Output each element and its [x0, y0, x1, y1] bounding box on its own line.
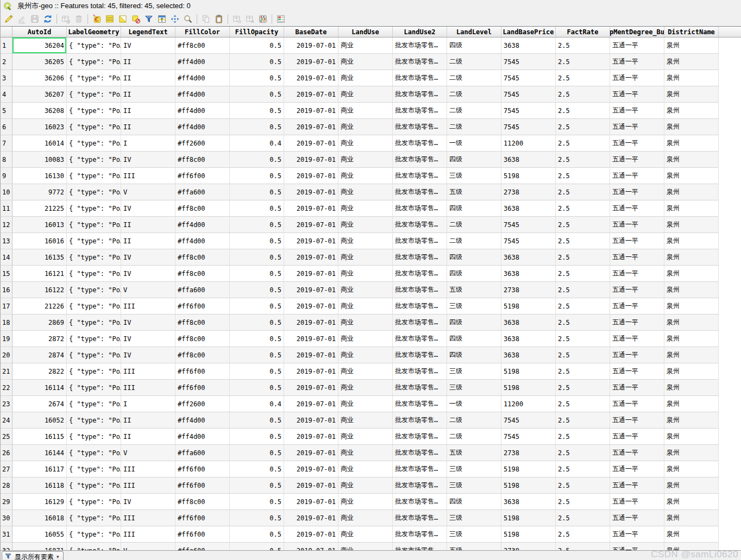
cell-landuse2[interactable]: 批发市场零售… — [393, 266, 447, 282]
cell-landuse2[interactable]: 批发市场零售… — [393, 233, 447, 249]
cell-opmentdegree_bus[interactable]: 五通一平 — [610, 217, 664, 233]
cell-autoid[interactable]: 2872 — [12, 331, 67, 347]
cell-landuse[interactable]: 商业 — [338, 314, 393, 331]
cell-landuse[interactable]: 商业 — [338, 200, 393, 217]
cell-landuse[interactable]: 商业 — [338, 347, 393, 363]
cell-basedate[interactable]: 2019-07-01 — [284, 152, 338, 168]
cell-landbaseprice[interactable]: 5198 — [501, 477, 556, 494]
cell-autoid[interactable]: 10083 — [12, 152, 67, 168]
cell-landbaseprice[interactable]: 5198 — [501, 380, 556, 396]
pan-to-selection-button[interactable] — [168, 12, 181, 26]
cell-opmentdegree_bus[interactable]: 五通一平 — [610, 314, 664, 331]
cell-landlevel[interactable]: 一级 — [447, 396, 501, 412]
cell-autoid[interactable]: 16114 — [12, 380, 67, 396]
cell-fillcolor[interactable]: #ff2600 — [175, 135, 230, 152]
cell-autoid[interactable]: 16014 — [12, 135, 67, 152]
cell-districtname[interactable]: 泉州 — [664, 363, 719, 380]
cell-legendtext[interactable]: V — [121, 445, 175, 461]
cell-factrate[interactable]: 2.5 — [556, 37, 610, 54]
cell-districtname[interactable]: 泉州 — [664, 217, 719, 233]
cell-districtname[interactable]: 泉州 — [664, 412, 719, 429]
cell-fillopacity[interactable]: 0.4 — [230, 135, 284, 152]
cell-districtname[interactable]: 泉州 — [664, 135, 719, 152]
cell-legendtext[interactable]: V — [121, 543, 175, 550]
cell-labelgeometry[interactable]: { "type": "Po… — [67, 363, 121, 380]
row-number[interactable]: 30 — [1, 510, 12, 526]
cell-landlevel[interactable]: 三级 — [447, 461, 501, 477]
cell-factrate[interactable]: 2.5 — [556, 477, 610, 494]
cell-landuse[interactable]: 商业 — [338, 103, 393, 119]
cell-landuse[interactable]: 商业 — [338, 429, 393, 445]
cell-labelgeometry[interactable]: { "type": "Po… — [67, 282, 121, 298]
cell-fillopacity[interactable]: 0.5 — [230, 445, 284, 461]
cell-landuse[interactable]: 商业 — [338, 380, 393, 396]
cell-landuse[interactable]: 商业 — [338, 37, 393, 54]
cell-fillcolor[interactable]: #ff6f00 — [175, 298, 230, 314]
cell-autoid[interactable]: 36204 — [12, 37, 67, 54]
cell-factrate[interactable]: 2.5 — [556, 200, 610, 217]
cell-districtname[interactable]: 泉州 — [664, 70, 719, 86]
cell-landbaseprice[interactable]: 2738 — [501, 543, 556, 550]
cell-fillcolor[interactable]: #ff6f00 — [175, 526, 230, 543]
cell-landuse2[interactable]: 批发市场零售… — [393, 494, 447, 510]
cell-fillcolor[interactable]: #ff6f00 — [175, 510, 230, 526]
row-number[interactable]: 19 — [1, 331, 12, 347]
cell-legendtext[interactable]: IV — [121, 152, 175, 168]
cell-districtname[interactable]: 泉州 — [664, 445, 719, 461]
cell-legendtext[interactable]: III — [121, 298, 175, 314]
cell-basedate[interactable]: 2019-07-01 — [284, 461, 338, 477]
cell-labelgeometry[interactable]: { "type": "Po… — [67, 412, 121, 429]
cell-landbaseprice[interactable]: 11200 — [501, 396, 556, 412]
cell-basedate[interactable]: 2019-07-01 — [284, 477, 338, 494]
cell-landlevel[interactable]: 二级 — [447, 70, 501, 86]
cell-legendtext[interactable]: II — [121, 54, 175, 70]
cell-districtname[interactable]: 泉州 — [664, 86, 719, 103]
cell-labelgeometry[interactable]: { "type": "Po… — [67, 37, 121, 54]
cell-districtname[interactable]: 泉州 — [664, 380, 719, 396]
cell-landbaseprice[interactable]: 11200 — [501, 135, 556, 152]
cell-opmentdegree_bus[interactable]: 五通一平 — [610, 103, 664, 119]
cell-districtname[interactable]: 泉州 — [664, 543, 719, 550]
cell-fillcolor[interactable]: #ff4d00 — [175, 217, 230, 233]
column-header-factrate[interactable]: FactRate — [556, 27, 610, 37]
cell-landbaseprice[interactable]: 7545 — [501, 217, 556, 233]
cell-basedate[interactable]: 2019-07-01 — [284, 54, 338, 70]
row-number[interactable]: 28 — [1, 477, 12, 494]
cell-fillcolor[interactable]: #ff6f00 — [175, 380, 230, 396]
column-header-landlevel[interactable]: LandLevel — [447, 27, 501, 37]
cell-districtname[interactable]: 泉州 — [664, 314, 719, 331]
cell-fillcolor[interactable]: #ffa600 — [175, 184, 230, 200]
cell-landbaseprice[interactable]: 7545 — [501, 233, 556, 249]
cell-fillcolor[interactable]: #ff4d00 — [175, 86, 230, 103]
cell-basedate[interactable]: 2019-07-01 — [284, 347, 338, 363]
cell-landuse[interactable]: 商业 — [338, 217, 393, 233]
cell-basedate[interactable]: 2019-07-01 — [284, 543, 338, 550]
cell-landbaseprice[interactable]: 3638 — [501, 494, 556, 510]
cell-factrate[interactable]: 2.5 — [556, 103, 610, 119]
cell-factrate[interactable]: 2.5 — [556, 70, 610, 86]
cell-labelgeometry[interactable]: { "type": "Po… — [67, 249, 121, 266]
cell-opmentdegree_bus[interactable]: 五通一平 — [610, 119, 664, 135]
cell-landbaseprice[interactable]: 2738 — [501, 445, 556, 461]
cell-legendtext[interactable]: II — [121, 217, 175, 233]
cell-landuse[interactable]: 商业 — [338, 266, 393, 282]
cell-landbaseprice[interactable]: 7545 — [501, 103, 556, 119]
cell-labelgeometry[interactable]: { "type": "Po… — [67, 70, 121, 86]
cell-fillcolor[interactable]: #ff8c00 — [175, 266, 230, 282]
cell-fillcolor[interactable]: #ff8c00 — [175, 331, 230, 347]
filter-select-form-button[interactable] — [142, 12, 155, 26]
row-number[interactable]: 13 — [1, 233, 12, 249]
row-number[interactable]: 2 — [1, 54, 12, 70]
cell-fillcolor[interactable]: #ffa600 — [175, 543, 230, 550]
row-number[interactable]: 1 — [1, 37, 12, 54]
cell-factrate[interactable]: 2.5 — [556, 494, 610, 510]
cell-factrate[interactable]: 2.5 — [556, 331, 610, 347]
cell-landlevel[interactable]: 五级 — [447, 445, 501, 461]
cell-legendtext[interactable]: I — [121, 135, 175, 152]
cell-landuse[interactable]: 商业 — [338, 168, 393, 184]
cell-legendtext[interactable]: II — [121, 86, 175, 103]
cell-landbaseprice[interactable]: 3638 — [501, 152, 556, 168]
cell-landbaseprice[interactable]: 5198 — [501, 298, 556, 314]
cell-landuse2[interactable]: 批发市场零售… — [393, 119, 447, 135]
cell-landbaseprice[interactable]: 5198 — [501, 168, 556, 184]
